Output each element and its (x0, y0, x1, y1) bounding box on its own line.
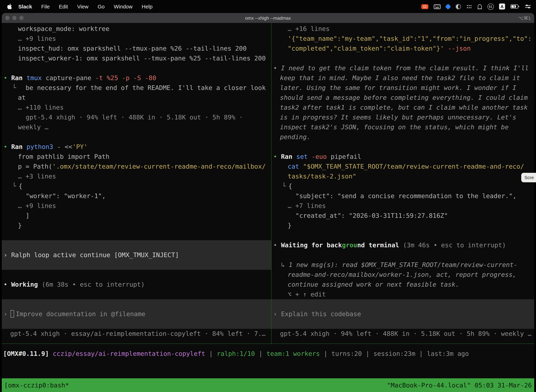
dots-grid-icon[interactable] (466, 5, 472, 9)
terminal-line: } (272, 221, 534, 230)
corner-bracket-icon: └ (12, 182, 16, 190)
thinking-line: task2 after task1 is complete, but can I… (272, 103, 534, 112)
pane-footer: gpt-5.4 xhigh · essay/ai-reimplementatio… (2, 329, 271, 339)
tmux-status-bar: [omx-cczip0:bash* "MacBook-Pro-44.local"… (2, 378, 534, 392)
edit-hint: ⌥ + ↑ edit (272, 289, 534, 299)
terminal-line: "created_at": "2026-03-31T11:59:27.816Z" (272, 211, 534, 221)
tmux-host-clock: "MacBook-Pro-44.local" 05:03 31-Mar-26 (387, 382, 532, 389)
window-titlebar[interactable]: omx --xhigh --madmax ⌥⌘1 (2, 13, 534, 23)
prompt-icon: › (4, 310, 7, 317)
menu-go[interactable]: Go (98, 4, 105, 9)
apple-icon (7, 4, 12, 9)
prompt-icon: › (273, 310, 277, 317)
command-line: •Rantmuxcapture-pane-t %25 -p -S -80 (2, 73, 271, 83)
mailbox-note-line: continue assigned work or next feasible … (272, 280, 534, 289)
mailbox-note-line: readme-and-reco/mailbox/worker-1.json, a… (272, 270, 534, 280)
prompt-line: ›Explain this codebase (272, 309, 534, 319)
omx-status-bar: [OMX#0.11.9]cczip/essay/ai-reimplementat… (2, 349, 534, 359)
terminal-line: inspect_worker-1: omx sparkshell --tmux-… (2, 53, 271, 63)
menu-bar: Slack File Edit View Go Window Help 61 A (0, 0, 536, 13)
menu-window[interactable]: Window (114, 4, 133, 9)
terminal-line: cat"$OMX_TEAM_STATE_ROOT/team/review-cur… (272, 162, 534, 171)
menu-app-name[interactable]: Slack (18, 4, 32, 9)
terminal-line: ›Ralph loop active continue [OMX_TMUX_IN… (2, 250, 271, 260)
prompt-line: ›Improve documentation in @filename (2, 309, 271, 319)
terminal-line: … +16 lines (272, 24, 534, 34)
terminal-line: ] (2, 211, 271, 221)
menu-help[interactable]: Help (142, 4, 153, 9)
left-terminal-pane[interactable]: workspace_mode: worktree … +9 lines insp… (2, 23, 271, 344)
battery-percentage-badge[interactable]: 61 (488, 3, 494, 10)
terminal-line: "worker": "worker-1", (2, 191, 271, 201)
prompt-icon: › (4, 251, 7, 258)
terminal-content: workspace_mode: worktree … +9 lines insp… (2, 23, 534, 392)
terminal-line: … +3 lines (2, 171, 271, 181)
omx-version: [OMX#0.11.9] (3, 350, 49, 357)
moon-app-icon[interactable] (455, 4, 461, 9)
terminal-line: workspace_mode: worktree (2, 24, 271, 34)
zoom-button[interactable] (19, 16, 24, 20)
bullet-icon: • (4, 74, 7, 81)
session-timer: session:23m (373, 350, 415, 357)
project-path: cczip/essay/ai-reimplementation-copyleft (53, 350, 205, 357)
apple-menu[interactable] (7, 4, 12, 9)
last-activity: last:3m ago (427, 350, 469, 357)
terminal-line: … +9 lines (2, 201, 271, 211)
team-counter: team:1 workers (266, 350, 320, 357)
battery-icon[interactable] (510, 4, 519, 9)
terminal-line: tasks/task-2.json" (272, 171, 534, 181)
menu-edit[interactable]: Edit (59, 4, 68, 9)
terminal-line: p = Path('.omx/state/team/review-current… (2, 162, 271, 171)
thinking-line: pending. (272, 132, 534, 142)
terminal-line: at (2, 93, 271, 103)
right-terminal-pane[interactable]: … +16 lines '{"team_name":"my-team","tas… (272, 23, 534, 344)
thinking-line: is in progress? It seems likely but perh… (272, 112, 534, 122)
thinking-line: later. Using the same for transition mig… (272, 83, 534, 93)
working-status: •Working(6m 38s • esc to interrupt) (2, 280, 271, 289)
window-title: omx --xhigh --madmax (2, 15, 534, 21)
terminal-line: └{ (272, 181, 534, 191)
menu-file[interactable]: File (41, 4, 50, 9)
waiting-status: •Waiting for background terminal(3m 46s … (272, 240, 534, 250)
prompt-input-right[interactable]: ›Explain this codebase (272, 299, 534, 329)
terminal-line: } (2, 221, 271, 230)
terminal-line: weekly … (2, 122, 271, 132)
inject-banner: ›Ralph loop active continue [OMX_TMUX_IN… (2, 240, 271, 270)
control-center-icon[interactable] (525, 4, 531, 9)
thinking-line: •I need to get the claim token from the … (272, 63, 534, 73)
thinking-line: inspect task2's JSON, focusing on the st… (272, 122, 534, 132)
notification-sliver[interactable]: Scre (522, 173, 536, 182)
minimize-button[interactable] (12, 16, 17, 20)
screen-recording-indicator[interactable] (421, 4, 428, 9)
ghost-app-icon[interactable] (477, 4, 482, 9)
terminal-line: gpt-5.4 xhigh · 94% left · 488K in · 5.1… (2, 112, 271, 122)
keyboard-icon[interactable] (434, 4, 441, 9)
thinking-line: should send a message before completing … (272, 93, 534, 103)
return-arrow-icon: ↳ (281, 261, 285, 268)
tmux-session-name: [omx-cczip0:bash* (4, 382, 69, 389)
terminal-line: … +9 lines (2, 34, 271, 44)
window-shortcut-hint: ⌥⌘1 (518, 15, 534, 21)
corner-bracket-icon: └ (282, 182, 286, 190)
gem-app-icon[interactable] (445, 4, 451, 9)
command-line: •Ranset-euopipefail (272, 152, 534, 162)
spinner-icon: • (273, 241, 277, 249)
terminal-line: └{ (2, 181, 271, 191)
bullet-icon: • (273, 153, 277, 160)
menu-view[interactable]: View (77, 4, 88, 9)
terminal-line: '{"team_name":"my-team","task_id":"1","f… (272, 34, 534, 44)
terminal-line: └be necessary for the end of the README.… (2, 83, 271, 93)
terminal-window: omx --xhigh --madmax ⌥⌘1 workspace_mode:… (2, 13, 534, 392)
screen: Slack File Edit View Go Window Help 61 A (0, 0, 536, 392)
pane-footer: gpt-5.4 xhigh · 94% left · 488K in · 5.1… (272, 329, 534, 339)
mailbox-note-line: ↳1 new msg(s): read $OMX_TEAM_STATE_ROOT… (272, 260, 534, 270)
prompt-input-left[interactable]: ›Improve documentation in @filename (2, 299, 271, 329)
corner-bracket-icon: └ (12, 84, 16, 91)
bullet-icon: • (4, 143, 7, 150)
close-button[interactable] (5, 16, 10, 20)
terminal-line: from pathlib import Path (2, 152, 271, 162)
text-cursor (10, 310, 14, 317)
pane-divider[interactable] (271, 23, 272, 344)
terminal-line: inspect_hud: omx sparkshell --tmux-pane … (2, 44, 271, 53)
input-source-icon[interactable]: A (499, 4, 505, 9)
